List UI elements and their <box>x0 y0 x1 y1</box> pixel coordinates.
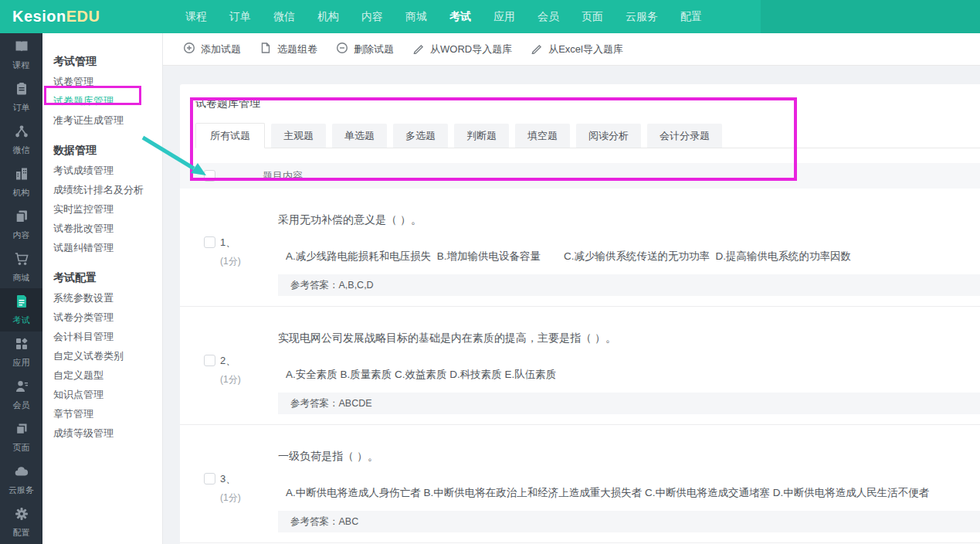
cloud-icon <box>14 464 29 482</box>
sidebar-item-courses[interactable]: 课程 <box>0 33 42 76</box>
tab-fill-blank[interactable]: 填空题 <box>515 124 570 148</box>
sidebar-item-label: 配置 <box>13 527 30 539</box>
sidebar-item-label: 应用 <box>13 357 30 369</box>
sidebar-item-label: 内容 <box>13 230 30 241</box>
exam-document-icon <box>14 294 29 312</box>
gear-icon <box>14 506 29 525</box>
menu-item-score-level-management[interactable]: 成绩等级管理 <box>53 423 162 443</box>
add-question-label: 添加试题 <box>201 42 241 56</box>
tab-single-choice[interactable]: 单选题 <box>332 124 387 148</box>
topnav-item-apps[interactable]: 应用 <box>493 0 515 33</box>
topnav-item-pages[interactable]: 页面 <box>582 0 603 33</box>
sidebar-item-label: 商城 <box>13 272 30 284</box>
question-bank-panel: 试卷题库管理 所有试题 主观题 单选题 多选题 判断题 填空题 阅读分析 会计分… <box>180 84 980 544</box>
reference-answer: 参考答案：ABCDE <box>278 393 980 414</box>
menu-item-accounting-subject-management[interactable]: 会计科目管理 <box>53 327 162 346</box>
question-text: 实现电网公司发展战略目标的基础是内在素质的提高，主要是指（ ）。 <box>278 330 980 345</box>
topnav-item-exam[interactable]: 考试 <box>449 0 471 33</box>
menu-item-admission-ticket-management[interactable]: 准考证生成管理 <box>53 110 162 130</box>
sidebar-item-settings[interactable]: 配置 <box>0 502 42 544</box>
menu-item-knowledge-point-management[interactable]: 知识点管理 <box>53 385 162 404</box>
topnav-item-members[interactable]: 会员 <box>537 0 559 33</box>
menu-item-system-parameter-settings[interactable]: 系统参数设置 <box>53 288 162 308</box>
menu-item-paper-management[interactable]: 试卷管理 <box>53 72 162 91</box>
tab-multiple-choice[interactable]: 多选题 <box>393 124 448 148</box>
panel-title: 试卷题库管理 <box>195 97 980 110</box>
import-word-button[interactable]: 从WORD导入题库 <box>408 33 517 66</box>
question-row: 1、 (1分) 采用无功补偿的意义是（ ）。 A.减少线路电能损耗和电压损失 B… <box>180 189 980 307</box>
menu-item-paper-correction-management[interactable]: 试卷批改管理 <box>53 219 162 238</box>
select-all-checkbox[interactable] <box>204 170 215 182</box>
sidebar-item-content[interactable]: 内容 <box>0 203 42 246</box>
row-checkbox[interactable] <box>204 473 215 484</box>
app-logo: KesionEDU <box>12 0 100 33</box>
topnav-item-cloud[interactable]: 云服务 <box>626 0 658 33</box>
sidebar-item-label: 机构 <box>13 187 30 199</box>
sidebar-item-mall[interactable]: 商城 <box>0 246 42 288</box>
tab-reading-analysis[interactable]: 阅读分析 <box>576 124 641 148</box>
select-compose-paper-label: 选题组卷 <box>277 42 317 56</box>
menu-item-paper-category-management[interactable]: 试卷分类管理 <box>53 308 162 327</box>
menu-item-paper-question-bank-management[interactable]: 试卷题库管理 <box>53 91 162 110</box>
logo-brand: Kesion <box>12 8 66 25</box>
sidebar-item-organization[interactable]: 机构 <box>0 161 42 203</box>
top-navigation: 课程 订单 微信 机构 内容 商城 考试 应用 会员 页面 云服务 配置 <box>185 0 702 33</box>
add-question-button[interactable]: 添加试题 <box>178 33 246 66</box>
import-word-label: 从WORD导入题库 <box>430 42 512 56</box>
topbar: KesionEDU 课程 订单 微信 机构 内容 商城 考试 应用 会员 页面 … <box>0 0 980 33</box>
reference-answer: 参考答案：ABC <box>278 511 980 532</box>
book-icon <box>14 39 29 57</box>
menu-item-score-statistics-ranking-analysis[interactable]: 成绩统计排名及分析 <box>53 180 162 199</box>
import-excel-button[interactable]: 从Excel导入题库 <box>526 33 628 66</box>
logo-suffix: EDU <box>66 8 100 25</box>
user-icon <box>14 379 29 397</box>
question-options: A.安全素质 B.质量素质 C.效益素质 D.科技素质 E.队伍素质 <box>278 367 980 382</box>
sidebar-item-label: 页面 <box>13 442 30 454</box>
pencil-icon <box>531 42 543 56</box>
menu-item-chapter-management[interactable]: 章节管理 <box>53 404 162 423</box>
pages-icon <box>14 421 29 440</box>
select-compose-paper-button[interactable]: 选题组卷 <box>255 33 322 66</box>
question-row: 3、 (1分) 一级负荷是指（ ）。 A.中断供电将造成人身伤亡者 B.中断供电… <box>180 425 980 543</box>
topnav-item-organization[interactable]: 机构 <box>317 0 339 33</box>
sidebar-item-exam[interactable]: 考试 <box>0 288 42 331</box>
topnav-item-courses[interactable]: 课程 <box>185 0 207 33</box>
sidebar-item-members[interactable]: 会员 <box>0 374 42 416</box>
menu-item-question-error-correction-management[interactable]: 试题纠错管理 <box>53 238 162 257</box>
sidebar-item-label: 微信 <box>13 144 30 156</box>
tab-all-questions[interactable]: 所有试题 <box>195 123 265 148</box>
question-options: A.中断供电将造成人身伤亡者 B.中断供电将在政治上和经济上造成重大损失者 C.… <box>278 485 980 500</box>
menu-sidebar: 考试管理 试卷管理 试卷题库管理 准考证生成管理 数据管理 考试成绩管理 成绩统… <box>42 33 163 544</box>
topnav-item-mall[interactable]: 商城 <box>405 0 427 33</box>
question-score: (1分) <box>220 491 241 505</box>
import-excel-label: 从Excel导入题库 <box>548 42 623 56</box>
menu-section-exam-management: 考试管理 <box>53 50 162 72</box>
row-checkbox[interactable] <box>204 236 215 248</box>
question-number: 2、 <box>220 355 241 366</box>
sidebar-item-apps[interactable]: 应用 <box>0 332 42 374</box>
share-icon <box>14 124 29 142</box>
tab-subjective[interactable]: 主观题 <box>271 124 326 148</box>
topnav-item-content[interactable]: 内容 <box>361 0 383 33</box>
delete-question-button[interactable]: 删除试题 <box>331 33 398 66</box>
topnav-item-wechat[interactable]: 微信 <box>273 0 295 33</box>
menu-section-exam-config: 考试配置 <box>53 267 162 288</box>
icon-sidebar: 课程 订单 微信 机构 内容 商城 考试 应用 会员 页面 云服务 配 <box>0 33 42 544</box>
sidebar-item-cloud[interactable]: 云服务 <box>0 459 42 502</box>
sidebar-item-orders[interactable]: 订单 <box>0 76 42 118</box>
tab-true-false[interactable]: 判断题 <box>454 124 509 148</box>
topnav-item-orders[interactable]: 订单 <box>229 0 251 33</box>
sidebar-item-pages[interactable]: 页面 <box>0 416 42 459</box>
sidebar-item-wechat[interactable]: 微信 <box>0 118 42 161</box>
menu-item-realtime-monitor-management[interactable]: 实时监控管理 <box>53 199 162 219</box>
menu-item-custom-paper-category[interactable]: 自定义试卷类别 <box>53 346 162 366</box>
menu-item-exam-score-management[interactable]: 考试成绩管理 <box>53 161 162 180</box>
apps-grid-icon <box>14 336 29 355</box>
row-checkbox[interactable] <box>204 355 215 366</box>
menu-item-custom-question-type[interactable]: 自定义题型 <box>53 366 162 385</box>
topnav-item-settings[interactable]: 配置 <box>680 0 702 33</box>
clipboard-icon <box>14 81 29 100</box>
sidebar-item-label: 会员 <box>13 400 30 411</box>
question-row: 2、 (1分) 实现电网公司发展战略目标的基础是内在素质的提高，主要是指（ ）。… <box>180 307 980 425</box>
tab-accounting-entry[interactable]: 会计分录题 <box>647 124 722 148</box>
